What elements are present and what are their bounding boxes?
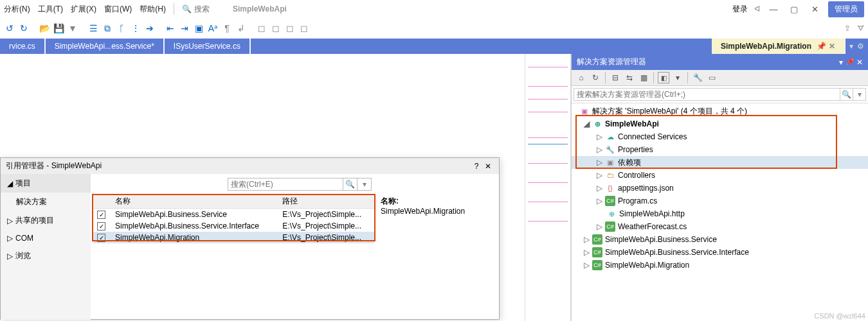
arrow-icon[interactable]: ➔ [144, 22, 156, 34]
explorer-search-input[interactable] [574, 88, 840, 101]
chevron-right-icon[interactable]: ▷ [583, 261, 590, 270]
user-glyph-icon[interactable]: ᐊ [754, 4, 760, 13]
menu-analyze[interactable]: 分析(N) [4, 4, 30, 15]
close-button[interactable]: ✕ [808, 4, 822, 14]
home-icon[interactable]: ⌂ [575, 72, 587, 83]
branch-icon[interactable]: ᚴ [116, 22, 127, 34]
outdent-icon[interactable]: ⇤ [165, 22, 176, 34]
nav-browse[interactable]: ▷ 浏览 [1, 247, 91, 265]
project-row[interactable]: ▷ C# SimpleWebApi.Migration [572, 259, 868, 272]
project-row[interactable]: ▷ C# SimpleWebApi.Business.Service.Inter… [572, 246, 868, 259]
maximize-button[interactable]: ▢ [787, 4, 801, 14]
checkbox[interactable]: ✓ [97, 234, 105, 242]
program-row[interactable]: ▷ C# Program.cs [572, 195, 868, 207]
properties-row[interactable]: ▷ 🔧 Properties [572, 143, 868, 156]
project-row-main[interactable]: ◢ ⊕ SimpleWebApi [572, 117, 868, 130]
http-row[interactable]: ⊕ SimpleWebApi.http [572, 207, 868, 220]
table-row[interactable]: ✓ SimpleWebApi.Migration E:\Vs_Project\S… [93, 232, 374, 243]
chevron-right-icon[interactable]: ▷ [583, 235, 590, 244]
filter-icon[interactable]: ▾ [672, 72, 683, 83]
doc-tab[interactable]: SimpleWebApi...ess.Service* [46, 39, 163, 54]
tree-icon[interactable]: ⧉ [102, 22, 113, 34]
chevron-right-icon[interactable]: ▷ [596, 145, 602, 154]
pin-icon[interactable]: 📌 [817, 42, 826, 51]
dropdown-icon[interactable]: ▼ [67, 22, 78, 34]
chevron-right-icon[interactable]: ▷ [583, 248, 590, 257]
redo-icon[interactable]: ↻ [18, 22, 30, 34]
checkbox[interactable]: ✓ [97, 222, 105, 230]
panel-title: 解决方案资源管理器 ▾ 📌 ✕ [572, 54, 868, 70]
connected-services-row[interactable]: ▷ ☁ Connected Services [572, 130, 868, 143]
titlebar-search[interactable]: 🔍 搜索 [182, 4, 210, 15]
nav-project[interactable]: ◢ 项目 [1, 174, 91, 193]
close-tab-icon[interactable]: ✕ [829, 42, 835, 51]
properties-icon[interactable]: ◧ [658, 72, 669, 83]
table-row[interactable]: ✓ SimpleWebApi.Business.Service.Interfac… [93, 220, 374, 232]
dependencies-row[interactable]: ▷ ▣ 依赖项 [572, 156, 868, 169]
showall-icon[interactable]: ▦ [638, 72, 649, 83]
format-icon[interactable]: ¶ [221, 22, 233, 34]
menu-help[interactable]: 帮助(H) [140, 4, 166, 15]
login-label[interactable]: 登录 [732, 4, 748, 15]
doc-tab[interactable]: ISysUserService.cs [165, 39, 249, 54]
menu-window[interactable]: 窗口(W) [104, 4, 132, 15]
dialog-help-button[interactable]: ? [471, 162, 482, 171]
sync-icon[interactable]: ⇆ [624, 72, 635, 83]
chevron-right-icon[interactable]: ▷ [596, 222, 602, 231]
comment-icon[interactable]: ▣ [193, 22, 204, 34]
dialog-search-input[interactable] [228, 178, 343, 191]
nav-com[interactable]: ▷ COM [1, 230, 91, 247]
refresh-icon[interactable]: ↻ [590, 72, 601, 83]
chevron-right-icon[interactable]: ▷ [596, 184, 602, 193]
menu-extensions[interactable]: 扩展(X) [71, 4, 96, 15]
doc-tab[interactable]: rvice.cs [0, 39, 44, 54]
share-icon[interactable]: ⇪ [844, 24, 851, 33]
feedback-icon[interactable]: ᗊ [857, 24, 864, 33]
menu-tools[interactable]: 工具(T) [38, 4, 63, 15]
nav-solution[interactable]: 解决方案 [1, 193, 91, 211]
panel-dropdown-icon[interactable]: ▾ [839, 58, 843, 67]
dialog-close-button[interactable]: ✕ [482, 162, 494, 171]
wrench-icon[interactable]: 🔧 [692, 72, 703, 83]
solution-row[interactable]: ▣ 解决方案 'SimpleWebApi' (4 个项目，共 4 个) [572, 105, 868, 117]
chevron-down-icon[interactable]: ◢ [583, 119, 590, 128]
tab-settings-icon[interactable]: ⚙ [857, 42, 864, 51]
table-row[interactable]: ✓ SimpleWebApi.Business.Service E:\Vs_Pr… [93, 209, 374, 221]
panel-close-icon[interactable]: ✕ [856, 58, 863, 67]
minimize-button[interactable]: — [766, 4, 781, 14]
controllers-row[interactable]: ▷ 🗀 Controllers [572, 169, 868, 182]
text-size-icon[interactable]: Aᵃ [207, 22, 219, 34]
list-icon[interactable]: ☰ [87, 22, 99, 34]
collapse-icon[interactable]: ⊟ [610, 72, 621, 83]
chevron-right-icon[interactable]: ▷ [596, 132, 602, 141]
bookmark-icon[interactable]: ◻ [256, 22, 267, 34]
bookmark2-icon[interactable]: ◻ [270, 22, 282, 34]
bookmark3-icon[interactable]: ◻ [284, 22, 296, 34]
indent-icon[interactable]: ⇥ [179, 22, 190, 34]
nav-shared[interactable]: ▷ 共享的项目 [1, 211, 91, 230]
dialog-center: 🔍 ▾ 名称 路径 ✓ SimpleWebApi.Business.Servic… [91, 174, 377, 320]
checkbox[interactable]: ✓ [97, 211, 105, 219]
explorer-search-dropdown[interactable]: ▾ [853, 88, 866, 101]
weather-row[interactable]: ▷ C# WeatherForecast.cs [572, 220, 868, 233]
open-folder-icon[interactable]: 📂 [39, 22, 50, 34]
doc-tab-active[interactable]: SimpleWebApi.Migration 📌 ✕ [712, 39, 844, 54]
wrap-icon[interactable]: ↲ [235, 22, 247, 34]
dialog-search-button[interactable]: 🔍 [343, 178, 357, 191]
dots-icon[interactable]: ⋮ [130, 22, 141, 34]
appsettings-row[interactable]: ▷ {} appsettings.json [572, 182, 868, 195]
http-file-icon: ⊕ [606, 209, 617, 219]
panel-pin-icon[interactable]: 📌 [845, 58, 854, 66]
view-icon[interactable]: ▭ [706, 72, 718, 83]
bookmark4-icon[interactable]: ◻ [298, 22, 310, 34]
undo-icon[interactable]: ↺ [4, 22, 15, 34]
explorer-search-button[interactable]: 🔍 [840, 88, 853, 101]
project-row[interactable]: ▷ C# SimpleWebApi.Business.Service [572, 233, 868, 246]
chevron-right-icon[interactable]: ▷ [596, 158, 602, 167]
chevron-right-icon[interactable]: ▷ [596, 196, 602, 205]
dialog-search-dropdown[interactable]: ▾ [357, 178, 372, 191]
tab-dropdown-icon[interactable]: ▾ [849, 42, 853, 51]
minimap[interactable] [525, 54, 571, 321]
chevron-right-icon[interactable]: ▷ [596, 171, 602, 180]
save-icon[interactable]: 💾 [53, 22, 64, 34]
